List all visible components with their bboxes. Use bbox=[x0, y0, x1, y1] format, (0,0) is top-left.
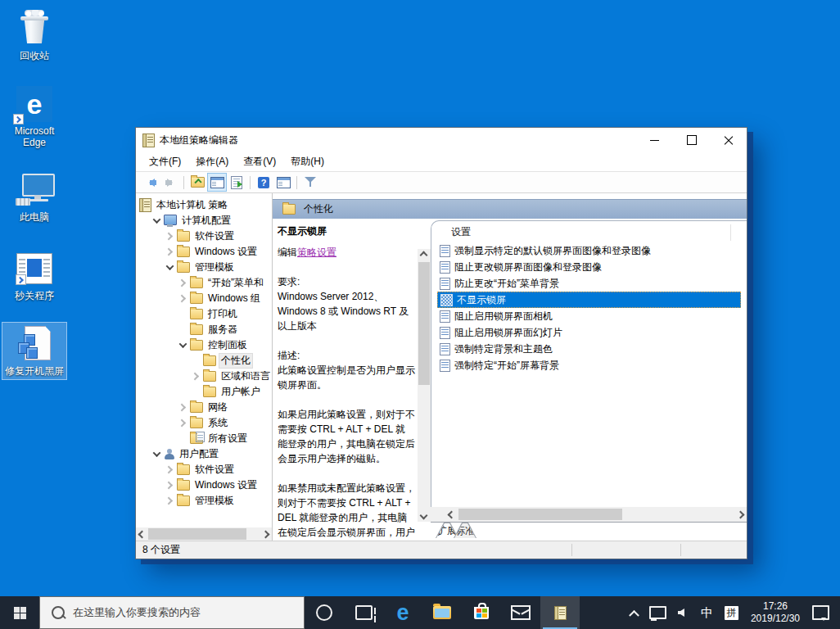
console-window-button[interactable] bbox=[273, 173, 293, 192]
scroll-right-button[interactable] bbox=[734, 508, 747, 521]
tree-item-13[interactable]: 网络 bbox=[136, 400, 272, 415]
desktop-icon-registry-file[interactable]: 修复开机黑屏 bbox=[2, 322, 67, 380]
policy-list-item-2[interactable]: 防止更改“开始”菜单背景 bbox=[437, 275, 741, 292]
taskbar-app-cortana[interactable] bbox=[305, 596, 344, 629]
settings-column-header[interactable]: 设置 bbox=[431, 221, 747, 242]
scrollbar-thumb[interactable] bbox=[148, 528, 246, 540]
tray-overflow-button[interactable] bbox=[625, 596, 644, 629]
taskbar-app-file-explorer[interactable] bbox=[422, 596, 462, 629]
export-list-button[interactable] bbox=[227, 173, 246, 192]
tree-item-2[interactable]: 软件设置 bbox=[136, 229, 272, 244]
tree-item-0[interactable]: 本地计算机 策略 bbox=[136, 197, 272, 213]
scroll-down-button[interactable] bbox=[418, 509, 431, 522]
chevron-right-icon[interactable] bbox=[177, 418, 188, 429]
ime-mode-button[interactable]: 拼 bbox=[719, 596, 744, 629]
maximize-button[interactable] bbox=[673, 128, 710, 152]
minimize-button[interactable] bbox=[636, 128, 673, 152]
taskbar-app-edge[interactable]: e bbox=[383, 596, 422, 629]
tree-item-14[interactable]: 系统 bbox=[136, 415, 272, 431]
edit-policy-line: 编辑策略设置 bbox=[278, 245, 415, 260]
tree-item-3[interactable]: Windows 设置 bbox=[136, 244, 272, 260]
chevron-right-icon[interactable] bbox=[177, 402, 188, 414]
up-folder-button[interactable] bbox=[187, 173, 207, 192]
tree-item-5[interactable]: “开始”菜单和 bbox=[136, 275, 272, 291]
scroll-left-button[interactable] bbox=[136, 527, 148, 541]
desktop-icon-app-shortcut[interactable]: 秒关程序 bbox=[2, 247, 67, 305]
tree-item-6[interactable]: Windows 组 bbox=[136, 291, 272, 306]
list-horizontal-scrollbar[interactable] bbox=[431, 507, 747, 522]
program-window-icon bbox=[16, 253, 52, 284]
chevron-right-icon[interactable] bbox=[164, 480, 175, 491]
title-bar[interactable]: 本地组策略编辑器 bbox=[136, 128, 747, 152]
chevron-down-icon[interactable] bbox=[151, 449, 162, 460]
tree-item-9[interactable]: 控制面板 bbox=[136, 337, 272, 353]
menu-item-3[interactable]: 帮助(H) bbox=[284, 152, 331, 171]
taskbar-app-store[interactable] bbox=[462, 596, 501, 629]
show-console-tree-button[interactable] bbox=[207, 173, 227, 192]
tree-item-7[interactable]: 打印机 bbox=[136, 306, 272, 322]
forward-button[interactable] bbox=[160, 173, 180, 192]
tree-item-label: “开始”菜单和 bbox=[205, 275, 266, 291]
taskbar-app-mail[interactable] bbox=[501, 596, 540, 629]
desktop-icon-this-pc[interactable]: 此电脑 bbox=[2, 168, 67, 226]
chevron-right-icon[interactable] bbox=[177, 278, 188, 289]
policy-list-item-4[interactable]: 阻止启用锁屏界面相机 bbox=[437, 308, 741, 324]
taskbar-app-gpedit[interactable] bbox=[540, 596, 580, 629]
policy-list-item-7[interactable]: 强制特定“开始”屏幕背景 bbox=[437, 357, 741, 373]
tree-item-10[interactable]: 个性化 bbox=[136, 353, 272, 369]
menu-item-2[interactable]: 查看(V) bbox=[237, 152, 282, 171]
scroll-left-button[interactable] bbox=[445, 508, 458, 521]
clock[interactable]: 17:26 2019/12/30 bbox=[744, 600, 806, 625]
ime-language-button[interactable]: 中 bbox=[695, 596, 719, 629]
tree-item-4[interactable]: 管理模板 bbox=[136, 260, 272, 275]
chevron-down-icon[interactable] bbox=[177, 340, 188, 351]
volume-tray-button[interactable] bbox=[672, 596, 695, 629]
policy-list-item-1[interactable]: 阻止更改锁屏界面图像和登录图像 bbox=[437, 259, 741, 275]
scroll-right-button[interactable] bbox=[260, 527, 272, 541]
chevron-right-icon[interactable] bbox=[164, 231, 175, 242]
tree-item-18[interactable]: Windows 设置 bbox=[136, 477, 272, 493]
desktop-icon-recycle-bin[interactable]: 回收站 bbox=[2, 7, 67, 65]
network-tray-button[interactable] bbox=[644, 596, 672, 629]
tree-item-15[interactable]: 所有设置 bbox=[136, 431, 272, 446]
tree-horizontal-scrollbar[interactable] bbox=[136, 527, 272, 541]
description-vertical-scrollbar[interactable] bbox=[417, 219, 431, 541]
column-divider[interactable] bbox=[730, 224, 731, 241]
start-button[interactable] bbox=[0, 596, 39, 629]
filter-button[interactable] bbox=[300, 173, 320, 192]
tree-item-19[interactable]: 管理模板 bbox=[136, 493, 272, 509]
back-button[interactable] bbox=[141, 173, 160, 192]
tree-item-11[interactable]: 区域和语言 bbox=[136, 369, 272, 384]
tree-item-8[interactable]: 服务器 bbox=[136, 322, 272, 337]
action-center-button[interactable] bbox=[806, 596, 840, 629]
policy-list-item-3[interactable]: 不显示锁屏 bbox=[437, 292, 741, 308]
scrollbar-thumb[interactable] bbox=[418, 262, 430, 385]
tree-item-12[interactable]: 用户帐户 bbox=[136, 384, 272, 400]
policy-list-item-0[interactable]: 强制显示特定的默认锁屏界面图像和登录图像 bbox=[437, 242, 741, 259]
tree-item-16[interactable]: 用户配置 bbox=[136, 446, 272, 462]
chevron-down-icon[interactable] bbox=[151, 215, 162, 227]
taskbar-search-box[interactable]: 在这里输入你要搜索的内容 bbox=[39, 596, 305, 629]
tree-item-1[interactable]: 计算机配置 bbox=[136, 213, 272, 229]
menu-item-0[interactable]: 文件(F) bbox=[142, 152, 187, 171]
scrollbar-thumb[interactable] bbox=[458, 509, 622, 520]
tree-item-17[interactable]: 软件设置 bbox=[136, 462, 272, 477]
tree-item-label: 计算机配置 bbox=[179, 213, 233, 229]
policy-list-item-6[interactable]: 强制特定背景和主题色 bbox=[437, 341, 741, 357]
scroll-up-button[interactable] bbox=[418, 249, 431, 261]
close-button[interactable] bbox=[710, 128, 747, 152]
chevron-right-icon[interactable] bbox=[177, 293, 188, 305]
taskbar-app-task-view[interactable] bbox=[344, 596, 383, 629]
chevron-right-icon[interactable] bbox=[164, 496, 175, 507]
policy-list-item-5[interactable]: 阻止启用锁屏界面幻灯片 bbox=[437, 324, 741, 341]
tab-标准[interactable]: 标准 bbox=[454, 523, 476, 538]
chevron-right-icon[interactable] bbox=[190, 371, 201, 382]
edit-policy-link[interactable]: 策略设置 bbox=[297, 247, 336, 258]
recycle-bin-icon bbox=[20, 12, 48, 45]
desktop-icon-microsoft-edge[interactable]: eMicrosoft Edge bbox=[2, 82, 67, 152]
chevron-down-icon[interactable] bbox=[164, 262, 175, 274]
chevron-right-icon[interactable] bbox=[164, 247, 175, 258]
help-button[interactable]: ? bbox=[254, 173, 273, 192]
menu-item-1[interactable]: 操作(A) bbox=[189, 152, 235, 171]
chevron-right-icon[interactable] bbox=[164, 464, 175, 476]
